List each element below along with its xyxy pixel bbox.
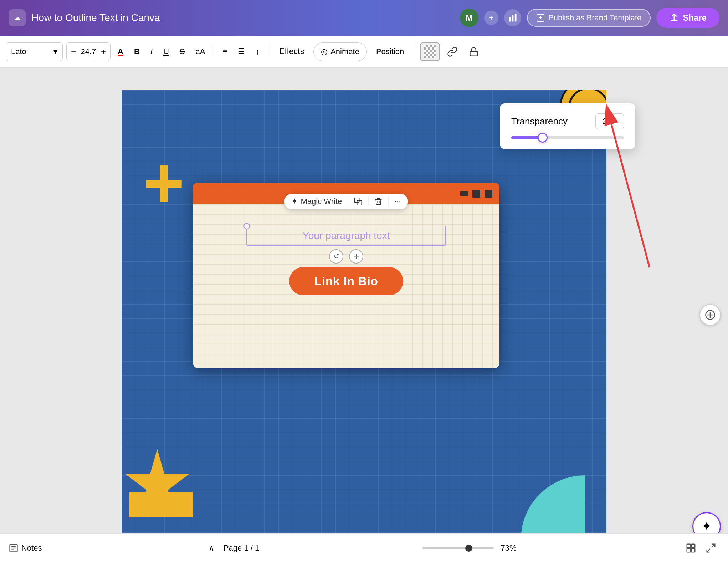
transparency-slider-track[interactable] xyxy=(511,136,624,139)
fullscreen-button[interactable] xyxy=(702,540,719,557)
delete-button[interactable] xyxy=(374,197,383,206)
svg-rect-23 xyxy=(691,548,695,552)
text-color-button[interactable]: A xyxy=(114,42,127,61)
stats-button[interactable] xyxy=(504,9,521,26)
chevron-down-icon: ▾ xyxy=(53,47,57,56)
canva-logo[interactable]: ☁ xyxy=(9,9,26,26)
move-handle-icon[interactable]: ✛ xyxy=(349,249,363,264)
underline-button[interactable]: U xyxy=(160,42,173,61)
publish-btn-label: Publish as Brand Template xyxy=(548,13,641,22)
align-button[interactable]: ≡ xyxy=(219,42,231,61)
magic-write-icon: ✦ xyxy=(291,197,298,206)
zoom-percentage: 73% xyxy=(498,543,519,553)
float-toolbar-sep-1 xyxy=(348,196,348,206)
animate-label: Animate xyxy=(330,47,359,56)
toolbar-separator-2 xyxy=(268,45,268,59)
animate-icon: ◎ xyxy=(321,47,328,56)
share-button[interactable]: Share xyxy=(656,8,719,28)
share-btn-label: Share xyxy=(683,13,707,23)
font-size-increase-button[interactable]: + xyxy=(99,42,107,61)
magic-write-label: Magic Write xyxy=(301,197,342,206)
notes-button[interactable]: Notes xyxy=(9,543,42,553)
svg-rect-6 xyxy=(470,51,478,56)
svg-rect-21 xyxy=(691,544,695,547)
svg-rect-22 xyxy=(687,548,691,552)
window-minimize-btn xyxy=(460,191,468,196)
zoom-slider-track[interactable] xyxy=(422,547,494,549)
strikethrough-button[interactable]: S xyxy=(176,42,189,61)
grid-view-button[interactable] xyxy=(682,540,699,557)
text-element[interactable]: Your paragraph text xyxy=(246,226,446,246)
float-toolbar-sep-2 xyxy=(368,196,368,206)
transparency-title: Transparency xyxy=(511,116,568,127)
lock-button[interactable] xyxy=(465,42,483,61)
svg-rect-1 xyxy=(512,15,514,22)
add-collaborator-button[interactable]: + xyxy=(484,11,498,25)
zoom-control: 73% xyxy=(422,543,519,553)
list-button[interactable]: ☰ xyxy=(234,42,248,61)
svg-rect-2 xyxy=(515,14,517,21)
teal-arc-decoration xyxy=(521,475,585,540)
link-in-bio-button[interactable]: Link In Bio xyxy=(289,267,403,295)
topbar-center: M + Publish as Brand Template Share xyxy=(460,8,719,28)
cloud-icon: ☁ xyxy=(13,13,21,22)
toolbar-separator-3 xyxy=(415,45,415,59)
link-button[interactable] xyxy=(444,42,461,61)
spacing-button[interactable]: ↕ xyxy=(252,42,263,61)
rotate-handle[interactable]: ↺ xyxy=(329,249,343,264)
avatar[interactable]: M xyxy=(460,9,478,27)
zoom-slider-thumb[interactable] xyxy=(465,545,472,552)
main-area: + xyxy=(0,68,728,562)
svg-rect-10 xyxy=(129,492,193,517)
effects-button[interactable]: Effects xyxy=(273,42,310,61)
svg-line-24 xyxy=(712,544,715,547)
top-bar: ☁ How to Outline Text in Canva M + Publi… xyxy=(0,0,728,36)
window-maximize-btn xyxy=(472,190,480,198)
position-button[interactable]: Position xyxy=(370,42,410,61)
toolbar-separator xyxy=(214,45,214,59)
svg-rect-20 xyxy=(687,544,691,547)
font-size-value: 24,7 xyxy=(80,47,97,56)
bold-button[interactable]: B xyxy=(130,42,143,61)
transparency-value-input[interactable] xyxy=(595,113,624,129)
svg-rect-0 xyxy=(509,17,511,22)
font-family-select[interactable]: Lato ▾ xyxy=(6,42,63,61)
starburst-decoration xyxy=(122,445,193,518)
animate-button[interactable]: ◎ Animate xyxy=(313,42,367,61)
magic-write-button[interactable]: ✦ Magic Write xyxy=(291,197,342,206)
bottom-bar: Notes ∧ Page 1 / 1 73% xyxy=(0,533,728,562)
paragraph-text: Your paragraph text xyxy=(303,230,390,241)
canvas[interactable]: + xyxy=(122,90,606,540)
font-size-control: − 24,7 + xyxy=(66,42,111,61)
transparency-popup: Transparency xyxy=(500,103,635,149)
transparency-button[interactable] xyxy=(420,42,440,61)
add-element-button[interactable] xyxy=(699,304,721,326)
link-in-bio-container: ↺ ✛ Link In Bio xyxy=(204,267,489,295)
window-close-btn xyxy=(485,190,492,198)
text-resize-handle[interactable] xyxy=(243,223,250,229)
move-handles: ↺ ✛ xyxy=(329,249,363,264)
yellow-plus-decoration: + xyxy=(143,147,185,219)
transparency-slider-thumb[interactable] xyxy=(538,133,548,143)
publish-brand-template-button[interactable]: Publish as Brand Template xyxy=(527,9,651,27)
canvas-container[interactable]: + xyxy=(0,68,728,562)
toolbar: Lato ▾ − 24,7 + A B I U S aA ≡ ☰ ↕ Effec… xyxy=(0,36,728,68)
page-label: Page 1 / 1 xyxy=(224,543,259,553)
document-title: How to Outline Text in Canva xyxy=(31,12,160,24)
float-toolbar: ✦ Magic Write ··· xyxy=(284,194,408,209)
copy-button[interactable] xyxy=(354,197,362,206)
notes-label: Notes xyxy=(21,543,42,553)
svg-line-25 xyxy=(707,549,710,552)
italic-button[interactable]: I xyxy=(147,42,156,61)
page-info: ∧ Page 1 / 1 xyxy=(205,542,259,555)
topbar-left: ☁ How to Outline Text in Canva xyxy=(9,9,160,26)
browser-body: ✦ Magic Write ··· xyxy=(193,204,499,368)
float-toolbar-sep-3 xyxy=(388,196,389,206)
popup-header: Transparency xyxy=(511,113,624,129)
more-options-button[interactable]: ··· xyxy=(394,197,401,206)
browser-window: ✦ Magic Write ··· xyxy=(193,183,499,368)
page-up-button[interactable]: ∧ xyxy=(205,542,218,555)
font-size-decrease-button[interactable]: − xyxy=(70,42,77,61)
text-case-button[interactable]: aA xyxy=(192,42,209,61)
checker-icon xyxy=(424,45,436,58)
